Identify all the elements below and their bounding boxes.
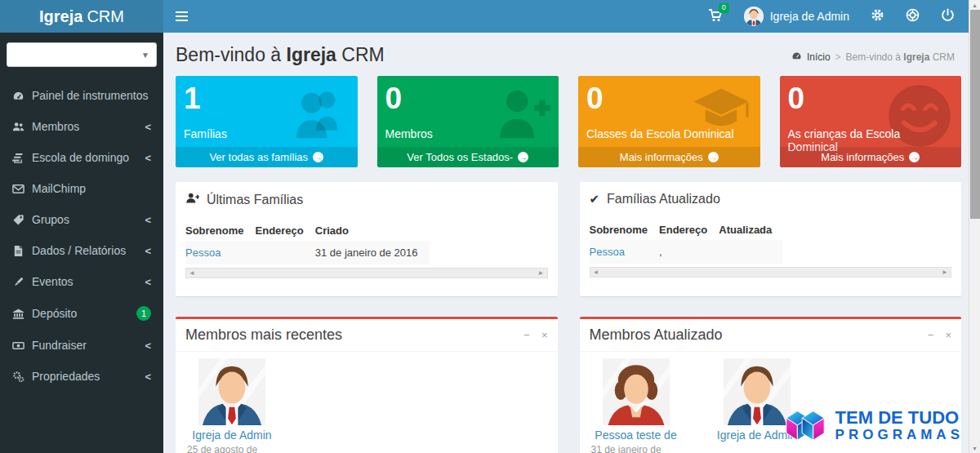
sidebar-item-membros[interactable]: Membros < [0, 111, 163, 142]
updated-families-table: Sobrenome Endereço Atualizada Pessoa , [590, 220, 784, 264]
membros-footer-link[interactable]: Ver Todos os Estados- → [377, 147, 559, 167]
familias-footer-link[interactable]: Ver todas as famílias → [176, 147, 358, 167]
updated-families-title: ✔ Famílias Atualizado [590, 192, 952, 207]
user-menu[interactable]: Igreja de Admin [733, 0, 860, 33]
settings-button[interactable] [860, 0, 895, 33]
arrow-circle-right-icon: → [518, 152, 528, 162]
user-name: Igreja de Admin [770, 10, 849, 23]
user-avatar [744, 7, 764, 26]
brand-bold: Igreja [39, 7, 82, 26]
navbar: 0 Igreja de Admin [163, 0, 980, 33]
tag-icon [12, 214, 32, 226]
bank-icon [12, 308, 32, 320]
sidebar-item-grupos[interactable]: Grupos < [0, 204, 163, 235]
info-box-membros: 0 Membros Ver Todos os Estados- → [377, 76, 559, 167]
power-icon [941, 8, 955, 24]
sidebar-item-mailchimp[interactable]: MailChimp [0, 173, 163, 204]
criancas-count: 0 [788, 82, 954, 116]
sidebar-item-fundraiser[interactable]: Fundraiser < [0, 330, 163, 361]
scrollbar-thumb[interactable] [970, 10, 980, 219]
latest-families-title: Últimas Famílias [185, 192, 548, 207]
member-date: 31 de janeiro de 2016 [591, 444, 681, 453]
dashboard-icon [791, 51, 802, 64]
tachometer-icon [12, 90, 32, 102]
collapse-icon[interactable]: − [928, 329, 934, 341]
breadcrumb-separator: > [835, 51, 841, 63]
member-card: Igreja de Admin 25 de agosto de 2004 [187, 358, 277, 453]
info-box-familias: 1 Famílias Ver todas as famílias → [176, 76, 358, 167]
sidebar-item-propriedades[interactable]: Propriedades < [0, 361, 163, 392]
sidebar-toggle-icon[interactable] [163, 0, 199, 33]
membros-count: 0 [385, 82, 551, 116]
horizontal-scrollbar[interactable]: ◄ ► [590, 267, 952, 278]
column-header: Sobrenome [590, 220, 660, 240]
money-icon [12, 340, 32, 352]
watermark-logo: TEM DE TUDO PROGRAMAS [780, 401, 964, 450]
logout-button[interactable] [930, 0, 965, 33]
family-link[interactable]: Pessoa [590, 246, 625, 258]
arrow-circle-right-icon: → [708, 152, 719, 162]
membros-label: Membros [385, 127, 551, 140]
member-link[interactable]: Igreja de Admin [192, 429, 271, 442]
close-icon[interactable]: × [945, 329, 951, 341]
breadcrumb-current: Bem-vindo à Igreja CRM [846, 51, 955, 63]
familias-label: Famílias [184, 127, 350, 140]
file-icon [12, 245, 32, 257]
check-icon: ✔ [590, 192, 600, 207]
brush-icon [12, 276, 32, 288]
classes-footer-link[interactable]: Mais informações → [578, 147, 760, 167]
chevron-left-icon: < [145, 152, 151, 164]
collapse-icon[interactable]: − [523, 329, 530, 341]
sidebar-item-eventos[interactable]: Eventos < [0, 266, 163, 297]
updated-members-title: Membros Atualizado [590, 326, 723, 344]
scroll-left-icon: ◄ [189, 269, 195, 277]
scroll-up-icon[interactable]: ▲ [969, 0, 980, 10]
arrow-circle-right-icon: → [909, 152, 920, 162]
scroll-down-icon[interactable]: ▼ [969, 443, 980, 453]
table-row: Pessoa 31 de janeiro de 2016 [185, 241, 430, 264]
table-row: Pessoa , [590, 240, 784, 264]
latest-families-panel: Últimas Famílias Sobrenome Endereço Cria… [176, 182, 558, 296]
member-link[interactable]: Pessoa teste de [595, 429, 676, 442]
avatar-woman [603, 358, 670, 425]
users-icon [12, 121, 32, 133]
chevron-left-icon: < [145, 371, 151, 383]
breadcrumb-home-link[interactable]: Início [807, 51, 831, 63]
family-link[interactable]: Pessoa [185, 246, 220, 259]
avatar-man [198, 358, 265, 425]
familias-count: 1 [184, 82, 350, 116]
cart-badge: 0 [719, 3, 729, 13]
main-content: Bem-vindo à Igreja CRM Início > Bem-vind… [163, 33, 969, 453]
sidebar-item-deposito[interactable]: Depósito 1 [0, 297, 163, 330]
horizontal-scrollbar[interactable]: ◄ ► [185, 268, 548, 278]
watermark-line2: PROGRAMAS [835, 428, 964, 442]
latest-families-table: Sobrenome Endereço Criado Pessoa 31 de j… [185, 220, 430, 264]
criancas-footer-link[interactable]: Mais informações → [780, 147, 962, 167]
member-card: Pessoa teste de 31 de janeiro de 2016 [591, 358, 681, 453]
cart-button[interactable]: 0 [697, 0, 733, 33]
chevron-left-icon: < [145, 245, 151, 257]
brand-rest: CRM [87, 7, 124, 26]
chevron-down-icon: ▼ [141, 51, 149, 60]
brand-logo[interactable]: Igreja CRM [0, 0, 163, 33]
sidebar-item-escola[interactable]: Escola de domingo < [0, 142, 163, 173]
globe-icon [906, 8, 920, 24]
member-date: 25 de agosto de 2004 [187, 444, 277, 453]
sidebar-menu: Painel de instrumentos Membros < Escola … [0, 80, 163, 392]
gears-icon [12, 371, 32, 383]
language-button[interactable] [895, 0, 930, 33]
sidebar-search-select[interactable]: ▼ [7, 42, 157, 67]
user-plus-icon [185, 192, 199, 207]
chevron-left-icon: < [145, 121, 151, 133]
sidebar: ▼ Painel de instrumentos Membros < Escol… [0, 33, 163, 453]
close-icon[interactable]: × [541, 329, 548, 341]
chevron-left-icon: < [145, 276, 151, 288]
stack-icon [12, 152, 32, 164]
column-header: Endereço [659, 220, 719, 240]
arrow-circle-right-icon: → [313, 152, 323, 162]
sidebar-item-painel[interactable]: Painel de instrumentos [0, 80, 163, 111]
sidebar-item-dados[interactable]: Dados / Relatórios < [0, 235, 163, 266]
top-navbar: Igreja CRM 0 Igreja de Admin [0, 0, 980, 33]
vertical-scrollbar[interactable]: ▲ ▼ [969, 0, 980, 453]
envelope-icon [12, 183, 32, 195]
